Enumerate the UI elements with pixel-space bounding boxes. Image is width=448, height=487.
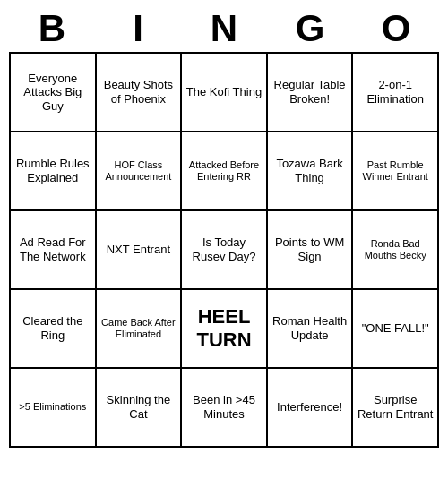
bingo-cell-14[interactable]: Ronda Bad Mouths Becky [353,211,439,290]
bingo-letter-b: B [13,7,91,50]
bingo-cell-24[interactable]: Surprise Return Entrant [353,369,439,448]
bingo-cell-11[interactable]: NXT Entrant [97,211,183,290]
bingo-cell-17[interactable]: HEEL TURN [182,290,268,369]
bingo-cell-22[interactable]: Been in >45 Minutes [182,369,268,448]
bingo-cell-2[interactable]: The Kofi Thing [182,54,268,132]
bingo-cell-20[interactable]: >5 Eliminations [11,369,97,448]
bingo-header: BINGO [9,7,439,50]
bingo-cell-19[interactable]: "ONE FALL!" [353,290,439,369]
bingo-cell-16[interactable]: Came Back After Eliminated [97,290,183,369]
bingo-cell-6[interactable]: HOF Class Announcement [97,132,183,211]
bingo-letter-n: N [185,7,263,50]
bingo-cell-13[interactable]: Points to WM Sign [268,211,354,290]
bingo-cell-23[interactable]: Interference! [268,369,354,448]
bingo-cell-12[interactable]: Is Today Rusev Day? [182,211,268,290]
bingo-cell-8[interactable]: Tozawa Bark Thing [268,132,354,211]
bingo-grid: Everyone Attacks Big GuyBeauty Shots of … [9,52,439,448]
bingo-cell-7[interactable]: Attacked Before Entering RR [182,132,268,211]
bingo-cell-0[interactable]: Everyone Attacks Big Guy [11,54,97,132]
bingo-cell-4[interactable]: 2-on-1 Elimination [353,54,439,132]
bingo-letter-o: O [357,7,435,50]
bingo-letter-g: G [271,7,349,50]
bingo-cell-9[interactable]: Past Rumble Winner Entrant [353,132,439,211]
bingo-cell-10[interactable]: Ad Read For The Network [11,211,97,290]
bingo-card: BINGO Everyone Attacks Big GuyBeauty Sho… [9,7,439,448]
bingo-letter-i: I [99,7,177,50]
bingo-cell-1[interactable]: Beauty Shots of Phoenix [97,54,183,132]
bingo-cell-3[interactable]: Regular Table Broken! [268,54,354,132]
bingo-cell-21[interactable]: Skinning the Cat [97,369,183,448]
bingo-cell-18[interactable]: Roman Health Update [268,290,354,369]
bingo-cell-15[interactable]: Cleared the Ring [11,290,97,369]
bingo-cell-5[interactable]: Rumble Rules Explained [11,132,97,211]
